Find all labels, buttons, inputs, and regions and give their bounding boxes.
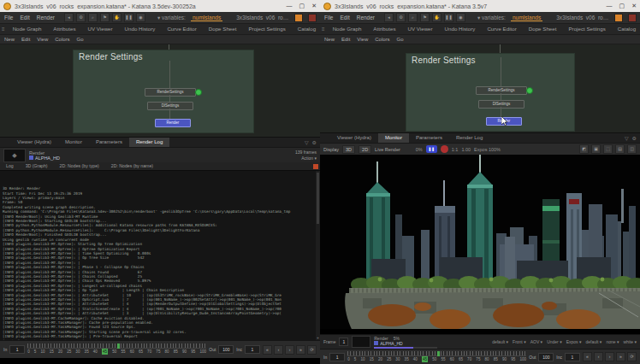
panel-tab[interactable]: Attributes <box>367 24 401 34</box>
out-frame-field[interactable]: 100 <box>218 345 234 354</box>
transport-button[interactable]: « <box>583 352 592 361</box>
transport-button[interactable]: » <box>296 345 305 355</box>
catalog-dropdown[interactable]: Front ▾ <box>513 339 526 344</box>
monitor-tool-icon[interactable]: ▤ <box>615 144 625 154</box>
transport-button[interactable]: ‹ <box>274 345 283 355</box>
transport-button[interactable]: › <box>605 352 614 361</box>
action-dropdown[interactable]: Action ▾ <box>295 156 317 161</box>
panel-tab[interactable]: Project Settings <box>562 24 611 34</box>
close-button[interactable]: ✕ <box>631 0 637 12</box>
in-frame-field[interactable]: 1 <box>329 353 345 361</box>
log-tab[interactable]: 2D: Nodes (by type) <box>54 162 105 170</box>
monitor-tool-icon[interactable]: ⬚ <box>603 144 613 154</box>
node-graph-canvas[interactable]: Render Settings RenderSettings DlSetting… <box>0 44 320 137</box>
playhead[interactable] <box>437 351 440 356</box>
render-settings-backdrop[interactable]: Render Settings RenderSettings DlSetting… <box>406 53 575 132</box>
monitor-tool-icon[interactable]: ◫ <box>627 144 637 154</box>
panel-tab[interactable]: Catalog <box>292 24 320 34</box>
tab-parameters[interactable]: Parameters <box>89 138 129 147</box>
node-graph-canvas[interactable]: Render Settings RenderSettings DlSetting… <box>320 44 640 132</box>
script-icon[interactable] <box>614 14 623 22</box>
catalog-entry[interactable]: ALPHA_HD <box>374 341 437 346</box>
catalog-dropdown[interactable]: AOV ▾ <box>530 339 542 344</box>
alert-icon[interactable] <box>628 14 637 22</box>
scrollbar-thumb[interactable] <box>317 173 319 224</box>
tab-monitor[interactable]: Monitor <box>378 133 409 143</box>
toolbar-icon[interactable]: ⌕ <box>408 13 418 22</box>
toolbar-icon[interactable]: ⚑ <box>100 13 110 22</box>
tab-viewer-hydra[interactable]: Viewer (Hydra) <box>330 133 378 143</box>
catalog-entry[interactable]: ALPHA_HD <box>29 156 292 161</box>
menu-render[interactable]: Render <box>356 15 376 21</box>
toolbar-icon[interactable]: ❚❚ <box>444 13 453 22</box>
maximize-button[interactable]: ▢ <box>299 0 305 12</box>
inc-field[interactable]: 1 <box>565 353 580 361</box>
catalog-dropdown[interactable]: default ▾ <box>492 339 508 344</box>
menu-file[interactable]: File <box>3 15 14 21</box>
tab-render-log[interactable]: Render Log <box>449 133 489 143</box>
menu-edit[interactable]: Edit <box>19 15 30 21</box>
panel-tab[interactable]: Dope Sheet <box>523 24 563 34</box>
pause-button[interactable]: ❚❚ <box>426 145 437 153</box>
nodegraph-menu[interactable]: New <box>324 37 335 42</box>
panel-tab[interactable]: UV Viewer <box>81 24 118 34</box>
log-tab[interactable]: 2D: Nodes (by name) <box>105 162 159 170</box>
catalog-dropdown[interactable]: Expos ▾ <box>566 339 582 344</box>
playhead[interactable] <box>117 343 120 349</box>
transport-button[interactable]: « <box>263 345 272 355</box>
nodegraph-menu[interactable]: New <box>4 37 15 42</box>
toolbar-icon[interactable]: ⚙ <box>76 13 86 22</box>
filter-icon[interactable]: ▽ <box>625 135 629 141</box>
panel-tab[interactable]: Undo History <box>119 24 162 34</box>
nodegraph-menu[interactable]: Colors <box>55 37 69 42</box>
toolbar-icon[interactable]: ✋ <box>432 13 441 22</box>
node-rendersettings[interactable]: RenderSettings <box>476 86 527 95</box>
render-settings-backdrop[interactable]: Render Settings RenderSettings DlSetting… <box>73 50 254 133</box>
panel-tab[interactable]: Curve Editor <box>481 24 522 34</box>
node-rendersettings[interactable]: RenderSettings <box>145 88 196 97</box>
toolbar-icon[interactable]: ❚❚ <box>124 13 133 22</box>
log-tab[interactable]: Log <box>0 162 20 170</box>
stop-button[interactable] <box>441 145 448 153</box>
menu-edit[interactable]: Edit <box>339 15 350 21</box>
render-thumbnail[interactable]: ◆ <box>3 149 26 162</box>
menu-file[interactable]: File <box>323 15 334 21</box>
out-frame-field[interactable]: 100 <box>538 353 554 361</box>
toolbar-icon[interactable]: ⚙ <box>396 13 406 22</box>
toolbar-icon[interactable]: ◂ <box>384 13 394 22</box>
pane-gear-icon[interactable]: ⚙ <box>632 135 637 141</box>
in-frame-field[interactable]: 1 <box>9 345 25 354</box>
view-2d-button[interactable]: 2D <box>359 145 371 154</box>
view-flag-icon[interactable] <box>195 89 202 96</box>
minimize-button[interactable]: — <box>287 0 293 12</box>
toolbar-icon[interactable]: ◂ <box>64 13 74 22</box>
log-tab[interactable]: 3D (Graph) <box>20 162 54 170</box>
tab-monitor[interactable]: Monitor <box>58 138 89 147</box>
nodegraph-menu[interactable]: Edit <box>341 37 350 42</box>
toolbar-icon[interactable]: ⚑ <box>420 13 430 22</box>
tab-render-log[interactable]: Render Log <box>129 138 169 147</box>
alert-icon[interactable] <box>308 14 317 22</box>
catalog-dropdown[interactable]: Under ▾ <box>547 339 562 344</box>
node-dlsettings[interactable]: DlSettings <box>478 100 524 109</box>
titlebar[interactable]: 3x3Islands_v06_rocks_expansion.katana* -… <box>0 0 320 12</box>
catalog-dropdown[interactable]: none ▾ <box>606 339 619 344</box>
nodegraph-menu[interactable]: Colors <box>375 37 389 42</box>
frame-field[interactable]: 1 <box>339 338 348 346</box>
panel-tab[interactable]: Node Graph <box>7 24 48 34</box>
filter-icon[interactable]: ▽ <box>305 139 309 145</box>
catalog-thumbnail[interactable] <box>352 336 370 348</box>
maximize-button[interactable]: ▢ <box>619 0 625 12</box>
frame-ruler[interactable]: 0510152025303540455055606570758085909510… <box>347 351 526 363</box>
close-button[interactable]: ✕ <box>311 0 317 12</box>
session-tab[interactable]: 3x3Islands_v06_rocks_M... <box>236 15 289 21</box>
catalog-dropdown[interactable]: default ▾ <box>585 339 601 344</box>
transport-button[interactable]: ⟳ <box>627 352 637 361</box>
pane-gear-icon[interactable]: ⚙ <box>312 139 317 145</box>
view-3d-button[interactable]: 3D <box>342 145 355 154</box>
panel-tab[interactable]: Curve Editor <box>161 24 202 34</box>
nodegraph-menu[interactable]: View <box>357 37 368 42</box>
monitor-tool-icon[interactable]: ▣ <box>591 144 601 154</box>
session-tab[interactable]: 3x3Islands_v06_rocks_M... <box>556 15 609 21</box>
toolbar-icon[interactable]: ⌕ <box>88 13 98 22</box>
